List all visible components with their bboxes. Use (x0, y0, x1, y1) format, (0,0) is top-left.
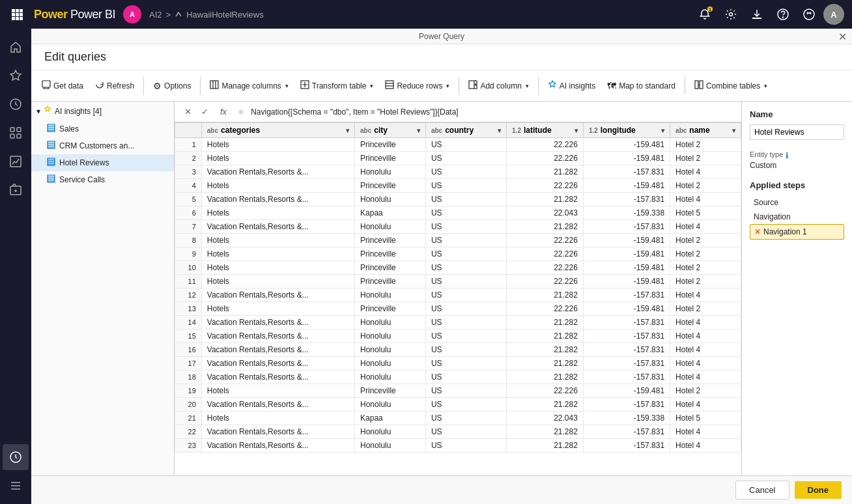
cell-categories: Vacation Rentals,Resorts &... (201, 398, 354, 412)
options-button[interactable]: ⚙ Options (148, 74, 196, 98)
cell-name: Hotel 2 (670, 261, 741, 275)
feedback-button[interactable] (797, 3, 821, 26)
cell-country: US (425, 425, 506, 439)
download-button[interactable] (745, 3, 769, 26)
query-item-crm[interactable]: CRM Customers an... (31, 137, 174, 154)
get-data-button[interactable]: Get data (36, 74, 89, 98)
cell-name: Hotel 4 (670, 439, 741, 453)
cell-city: Honolulu (355, 357, 426, 371)
col-header-city[interactable]: abc city ▾ (355, 123, 426, 138)
cell-country: US (425, 247, 506, 261)
nav-current[interactable] (3, 444, 29, 470)
page-title: Edit queries (44, 50, 106, 64)
cancel-button[interactable]: Cancel (735, 481, 789, 499)
latitude-type-icon: 1.2 (512, 127, 521, 134)
latitude-filter-button[interactable]: ▾ (575, 127, 578, 134)
longitude-filter-button[interactable]: ▾ (661, 127, 664, 134)
cell-city: Kapaa (355, 412, 426, 425)
cell-country: US (425, 343, 506, 357)
nav-expand[interactable] (3, 473, 29, 499)
cell-categories: Hotels (201, 152, 354, 165)
cell-city: Princeville (355, 152, 426, 165)
row-num: 11 (175, 275, 202, 288)
svg-point-9 (730, 13, 733, 16)
city-type-icon: abc (360, 127, 371, 134)
notification-button[interactable]: 1 (693, 3, 717, 26)
query-item-hotel[interactable]: Hotel Reviews (31, 154, 174, 171)
rp-steps-section: Applied steps Source Navigation ✕ Naviga… (750, 180, 844, 240)
table-row: 17 Vacation Rentals,Resorts &... Honolul… (175, 357, 741, 371)
nav-metrics[interactable] (3, 148, 29, 175)
formula-confirm-button[interactable]: ✓ (197, 104, 212, 120)
help-button[interactable] (771, 3, 795, 26)
table-row: 11 Hotels Princeville US 22.226 -159.481… (175, 275, 741, 288)
user-avatar[interactable]: A (823, 4, 844, 25)
queries-group[interactable]: ▾ AI insights [4] (31, 102, 174, 120)
cell-latitude: 21.282 (507, 288, 584, 302)
cell-name: Hotel 5 (670, 206, 741, 220)
cell-categories: Hotels (201, 275, 354, 288)
breadcrumb-file: HawaiiHotelReviews (186, 10, 264, 20)
queries-group-label: AI insights [4] (55, 107, 102, 116)
cell-longitude: -157.831 (583, 220, 670, 234)
queries-group-expand-icon: ▾ (36, 107, 40, 116)
close-window-button[interactable]: ✕ (838, 30, 847, 42)
cell-city: Honolulu (355, 329, 426, 343)
settings-button[interactable] (719, 3, 743, 26)
nav-apps[interactable] (3, 120, 29, 146)
map-to-standard-button[interactable]: 🗺 Map to standard (602, 74, 681, 98)
city-filter-button[interactable]: ▾ (417, 127, 420, 134)
options-icon: ⚙ (153, 81, 162, 91)
grid-menu-icon[interactable] (8, 5, 26, 23)
step-navigation1[interactable]: ✕ Navigation 1 (750, 224, 844, 240)
row-num: 5 (175, 193, 202, 206)
name-filter-button[interactable]: ▾ (732, 127, 735, 134)
transform-table-button[interactable]: Transform table ▾ (295, 74, 379, 98)
query-crm-label: CRM Customers an... (59, 141, 134, 150)
manage-columns-button[interactable]: Manage columns ▾ (205, 74, 293, 98)
rp-info-icon[interactable]: ℹ (786, 151, 789, 160)
rp-name-input[interactable] (750, 124, 844, 140)
add-column-button[interactable]: Add column ▾ (463, 74, 533, 98)
reduce-rows-button[interactable]: Reduce rows ▾ (380, 74, 455, 98)
formula-cancel-button[interactable]: ✕ (180, 104, 195, 120)
formula-input[interactable] (251, 104, 736, 120)
categories-filter-button[interactable]: ▾ (346, 127, 349, 134)
transform-chevron: ▾ (370, 83, 373, 89)
cell-latitude: 22.043 (507, 206, 584, 220)
col-header-country[interactable]: abc country ▾ (425, 123, 506, 138)
cell-name: Hotel 5 (670, 412, 741, 425)
nav-home[interactable] (3, 34, 29, 60)
step-navigation[interactable]: Navigation (750, 210, 844, 224)
fx-label: fx (216, 107, 231, 117)
cell-categories: Hotels (201, 138, 354, 152)
categories-type-icon: abc (207, 127, 218, 134)
query-hotel-icon (47, 158, 55, 168)
col-header-name[interactable]: abc name ▾ (670, 123, 741, 138)
cell-longitude: -159.481 (583, 138, 670, 152)
country-filter-button[interactable]: ▾ (498, 127, 501, 134)
data-grid-wrapper[interactable]: abc categories ▾ abc city ▾ (175, 122, 741, 475)
col-city-label: city (374, 126, 388, 135)
col-header-latitude[interactable]: 1.2 latitude ▾ (507, 123, 584, 138)
cell-city: Honolulu (355, 165, 426, 179)
cell-latitude: 22.226 (507, 138, 584, 152)
cell-city: Honolulu (355, 425, 426, 439)
col-header-longitude[interactable]: 1.2 longitude ▾ (583, 123, 670, 138)
nav-recents[interactable] (3, 91, 29, 117)
cell-city: Princeville (355, 261, 426, 275)
combine-tables-button[interactable]: Combine tables ▾ (689, 74, 773, 98)
query-item-sales[interactable]: Sales (31, 120, 174, 137)
done-button[interactable]: Done (795, 481, 842, 499)
cell-name: Hotel 4 (670, 193, 741, 206)
cell-city: Honolulu (355, 398, 426, 412)
ai-insights-button[interactable]: AI insights (543, 74, 601, 98)
col-header-categories[interactable]: abc categories ▾ (201, 123, 354, 138)
nav-favorites[interactable] (3, 63, 29, 89)
step-source[interactable]: Source (750, 195, 844, 210)
refresh-button[interactable]: Refresh (90, 74, 139, 98)
app-logo: Power Power BI (34, 8, 115, 21)
nav-workspace[interactable] (3, 177, 29, 203)
cell-city: Kapaa (355, 206, 426, 220)
query-item-service[interactable]: Service Calls (31, 171, 174, 188)
